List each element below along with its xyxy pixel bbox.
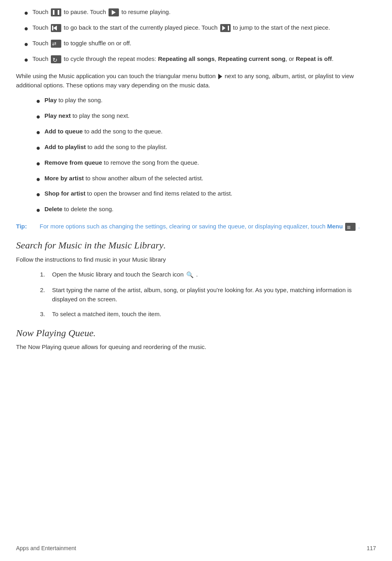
bullet-dot: ● <box>36 189 40 200</box>
triangle-icon <box>218 74 222 79</box>
bullet-text: Add to playlist to add the song to the p… <box>44 142 167 151</box>
tip-text-after: . <box>358 223 360 230</box>
search-icon: 🔍 <box>186 270 194 279</box>
npq-title-dot: . <box>93 328 96 338</box>
step-3-text: To select a matched item, touch the item… <box>52 309 161 319</box>
pause-icon <box>51 8 61 16</box>
shuffle-text: to toggle shuffle on or off. <box>64 40 131 46</box>
footer-page-number: 117 <box>367 544 376 553</box>
footer-left: Apps and Entertainment <box>16 544 76 553</box>
repeat-icon <box>51 55 61 63</box>
pause-text-after: to resume playing. <box>121 8 171 15</box>
search-section-title: Search for Music in the Music Library. <box>16 238 376 253</box>
bullet-text: More by artist to show another album of … <box>44 174 203 183</box>
search-steps-list: 1. Open the Music library and touch the … <box>16 270 376 319</box>
bold-more-artist: More by artist <box>44 175 84 182</box>
bullet-dot: ● <box>36 158 40 170</box>
repeat-mode3: Repeat is off <box>296 55 332 62</box>
npq-title: Now Playing Queue. <box>16 326 376 341</box>
bullet-text: Play to play the song. <box>44 95 103 105</box>
search-step-2: 2. Start typing the name of the artist, … <box>40 285 376 304</box>
tip-text-before: For more options such as changing the se… <box>40 223 327 230</box>
bullet-dot: ● <box>36 174 40 185</box>
shuffle-icon <box>51 40 61 48</box>
bullet-dot: ● <box>36 205 40 216</box>
npq-title-text: Now Playing Queue <box>16 328 93 338</box>
tip-text: For more options such as changing the se… <box>40 222 360 231</box>
bullet-dot: ● <box>36 96 40 107</box>
bullet-text: Remove from queue to remove the song fro… <box>44 158 199 167</box>
bullet-dot: ● <box>36 127 40 138</box>
search-title-dot: . <box>163 240 166 250</box>
step-num-1: 1. <box>40 270 48 279</box>
repeat-intro: to cycle through the repeat modes: <box>64 55 158 62</box>
bullet-text: Shop for artist to open the browser and … <box>44 189 232 198</box>
search-step-1: 1. Open the Music library and touch the … <box>40 270 376 280</box>
play-text: to play the song. <box>57 97 103 103</box>
bold-shop-artist: Shop for artist <box>44 190 86 197</box>
footer: Apps and Entertainment 117 <box>16 544 376 553</box>
bold-play-next: Play next <box>44 112 71 119</box>
indent-bullet-add-queue: ● Add to queue to add the song to the qu… <box>36 127 376 138</box>
add-playlist-text: to add the song to the playlist. <box>86 143 167 150</box>
indent-bullet-play: ● Play to play the song. <box>36 95 376 107</box>
tip-menu-word: Menu <box>327 223 343 230</box>
indent-bullet-add-playlist: ● Add to playlist to add the song to the… <box>36 142 376 154</box>
npq-section: Now Playing Queue. The Now Playing queue… <box>16 326 376 351</box>
indent-bullet-delete: ● Delete to delete the song. <box>36 204 376 216</box>
step-1-text: Open the Music library and touch the Sea… <box>52 270 198 280</box>
bullet-text: Play next to play the song next. <box>44 111 130 120</box>
add-queue-text: to add the song to the queue. <box>83 128 163 135</box>
step-1-text-before: Open the Music library and touch the Sea… <box>52 271 185 278</box>
play-next-text: to play the song next. <box>71 112 130 119</box>
prev-text-before: to go back to the start of the currently… <box>64 24 219 31</box>
bullet-text: Touch to toggle shuffle on or off. <box>32 38 376 48</box>
bullet-text: Touch to cycle through the repeat modes:… <box>32 54 376 63</box>
repeat-mode2: Repeating current song <box>218 55 285 62</box>
bullet-dot: ● <box>36 143 40 154</box>
bullet-dot: ● <box>24 54 28 66</box>
npq-text: The Now Playing queue allows for queuing… <box>16 342 376 351</box>
while-text1: While using the Music application you ca… <box>16 73 216 79</box>
bullet-dot: ● <box>24 39 28 50</box>
step-num-2: 2. <box>40 285 48 295</box>
tip-label: Tip: <box>16 222 34 231</box>
bullet-dot: ● <box>24 23 28 34</box>
tip-row: Tip: For more options such as changing t… <box>16 222 376 231</box>
bullet-dot: ● <box>36 111 40 123</box>
search-follow-label: Follow the instructions to find music in… <box>16 256 166 263</box>
shop-artist-text: to open the browser and find items relat… <box>85 190 232 197</box>
repeat-period: . <box>332 55 334 62</box>
bullet-pause-play: ● pause-playTouch to pause. Touch to res… <box>16 7 376 19</box>
repeat-mode1: Repeating all songs <box>158 55 215 62</box>
menu-icon <box>345 223 356 231</box>
step-num-3: 3. <box>40 309 48 319</box>
search-step-3: 3. To select a matched item, touch the i… <box>40 309 376 319</box>
bullet-repeat: ● Touch to cycle through the repeat mode… <box>16 54 376 66</box>
step-2-text: Start typing the name of the artist, alb… <box>52 285 376 304</box>
indent-bullet-remove-queue: ● Remove from queue to remove the song f… <box>36 158 376 170</box>
more-artist-text: to show another album of the selected ar… <box>84 175 203 182</box>
remove-queue-text: to remove the song from the queue. <box>102 159 199 166</box>
indent-bullet-shop-artist: ● Shop for artist to open the browser an… <box>36 189 376 200</box>
search-section: Search for Music in the Music Library. F… <box>16 238 376 319</box>
bold-add-queue: Add to queue <box>44 128 83 135</box>
bold-play: Play <box>44 97 57 103</box>
npq-description: The Now Playing queue allows for queuing… <box>16 343 206 350</box>
while-paragraph: While using the Music application you ca… <box>16 71 376 90</box>
play-icon <box>109 8 119 16</box>
bold-remove-queue: Remove from queue <box>44 159 102 166</box>
prev-icon <box>51 24 61 32</box>
bullet-prev-next: ● Touch to go back to the start of the c… <box>16 23 376 34</box>
bullet-text: Add to queue to add the song to the queu… <box>44 127 163 136</box>
bullet-text: Delete to delete the song. <box>44 204 114 214</box>
pause-text-before: to pause. Touch <box>64 8 108 15</box>
bullet-text: Touch to go back to the start of the cur… <box>32 23 376 32</box>
search-title-text: Search for Music in the Music Library <box>16 240 163 250</box>
prev-text-after: to jump to the start of the next piece. <box>233 24 330 31</box>
step-1-text-after: . <box>196 271 198 278</box>
bold-add-playlist: Add to playlist <box>44 143 86 150</box>
bullet-text: pause-playTouch to pause. Touch to resum… <box>32 7 376 16</box>
bullet-dot: ● <box>24 8 28 19</box>
search-follow-text: Follow the instructions to find music in… <box>16 255 376 264</box>
